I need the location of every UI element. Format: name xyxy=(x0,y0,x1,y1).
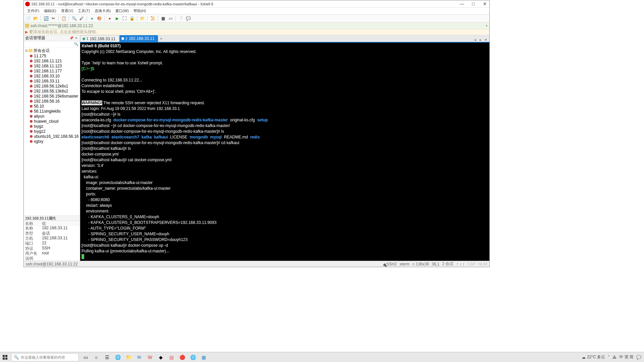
close-panel-icon[interactable]: ✕ xyxy=(74,36,78,41)
sidebar-search[interactable]: 🔍 xyxy=(24,41,80,47)
search-input[interactable] xyxy=(21,355,76,359)
session-item[interactable]: 56.10 xyxy=(24,104,80,109)
session-item[interactable]: 192.168.56.15k8smaster xyxy=(24,94,80,99)
svg-rect-3 xyxy=(5,357,7,359)
session-item[interactable]: 192.168.33.10 xyxy=(24,73,80,78)
task-view-icon[interactable]: ▭ xyxy=(80,352,91,362)
tab-next-icon[interactable]: ▸ xyxy=(478,37,483,42)
session-item[interactable]: 192.168.56.16 xyxy=(24,99,80,104)
cortana-icon[interactable]: ○ xyxy=(91,352,101,362)
menu-file[interactable]: 文件(F) xyxy=(25,8,41,14)
prop-value xyxy=(42,256,80,261)
ime-indicator[interactable]: 中 英 简 xyxy=(619,354,634,360)
explorer-icon[interactable]: 📁 xyxy=(123,352,133,362)
sidebar-title: 会话管理器 xyxy=(25,35,69,41)
tab-prev-icon[interactable]: ◂ xyxy=(473,37,477,42)
session-item[interactable]: 192.168.56.12k8s1 xyxy=(24,83,80,88)
terminal[interactable]: Xshell 6 (Build 0107)Copyright (c) 2002 … xyxy=(80,43,489,261)
start-button[interactable] xyxy=(0,352,10,362)
reconnect-icon[interactable]: 🔄 xyxy=(43,15,49,21)
session-dot-icon xyxy=(30,135,33,138)
app2-icon[interactable]: ▤ xyxy=(166,352,176,362)
font-icon[interactable]: 🎨 xyxy=(96,15,102,21)
weather-widget[interactable]: ☁ 22°C 多云 xyxy=(582,354,605,360)
session-item[interactable]: txygz2 xyxy=(24,129,80,134)
window-icon[interactable]: ▭ xyxy=(167,15,173,21)
menu-edit[interactable]: 编辑(E) xyxy=(42,8,58,14)
tree-root-label: 所有会话 xyxy=(34,48,50,54)
taskbar: 🔍 ▭ ○ ☰ 🌐 📁 ✉ W ◆ ▤ 🔴 🌐 ▦ ☁ 22°C 多云 ˄ 🖧 … xyxy=(0,352,644,362)
edge-icon[interactable]: 🌐 xyxy=(113,352,123,362)
xshell-icon[interactable]: 🔴 xyxy=(177,352,187,362)
tray-chevron-icon[interactable]: ˄ xyxy=(608,355,610,360)
app3-icon[interactable]: ▦ xyxy=(199,352,209,362)
session-item[interactable]: 192.168.11.177 xyxy=(24,68,80,73)
fullscreen-icon[interactable]: ⛶ xyxy=(121,15,127,21)
session-item[interactable]: 56.11singlek8s xyxy=(24,109,80,114)
infobar: ▶ 要添加当前会话, 点击左侧的箭头按钮. xyxy=(24,29,489,35)
minimize-button[interactable]: — xyxy=(459,2,465,6)
status-sessions: 2 会话 xyxy=(442,261,453,267)
session-item[interactable]: huawei_cloud xyxy=(24,119,80,124)
menu-tools[interactable]: 工具(T) xyxy=(76,8,92,14)
help-icon[interactable]: ❔ xyxy=(178,15,184,21)
session-item[interactable]: 192.168.11.121 xyxy=(24,58,80,63)
menu-view[interactable]: 查看(V) xyxy=(59,8,75,14)
menu-tabs[interactable]: 选项卡(B) xyxy=(93,8,113,14)
mail-icon[interactable]: ✉ xyxy=(134,352,144,362)
tab-2[interactable]: 2 192.168.33.11 xyxy=(119,35,158,42)
about-icon[interactable]: 💬 xyxy=(185,15,191,21)
tab-1[interactable]: 1 192.168.33.11 xyxy=(80,35,119,42)
maximize-button[interactable]: □ xyxy=(470,2,477,6)
addressbar[interactable]: ssh://root:******@192.168.33.11:22 ▾ xyxy=(24,22,489,29)
session-item[interactable]: aliyun xyxy=(24,114,80,119)
sep xyxy=(158,16,158,21)
copy-icon[interactable]: 📋 xyxy=(61,15,67,21)
lock-icon[interactable]: 🔒 xyxy=(129,15,135,21)
sep xyxy=(41,16,41,21)
timeline-icon[interactable]: ☰ xyxy=(102,352,112,362)
tab-menu-icon[interactable]: ▾ xyxy=(483,37,488,42)
network-icon[interactable]: 🖧 xyxy=(612,355,616,360)
prop-key: 名称 xyxy=(24,226,42,231)
pin-icon[interactable]: 📌 xyxy=(69,36,74,41)
open-session-icon[interactable]: 📂 xyxy=(33,15,39,21)
play-icon[interactable]: ▶ xyxy=(114,15,120,21)
props-row: 协议SSH xyxy=(24,246,80,251)
prop-value: 会话 xyxy=(42,231,80,236)
session-item[interactable]: 11.175 xyxy=(24,53,80,58)
wps-icon[interactable]: W xyxy=(145,352,155,362)
session-item[interactable]: txygz xyxy=(24,124,80,129)
menu-help[interactable]: 帮助(H) xyxy=(131,8,148,14)
session-item[interactable]: ubuntu16_192.168.56.16 xyxy=(24,134,80,139)
add-tab-button[interactable]: + xyxy=(158,36,164,42)
script-icon[interactable]: 📜 xyxy=(150,15,156,21)
chrome-icon[interactable]: 🌐 xyxy=(188,352,198,362)
color-icon[interactable]: ● xyxy=(89,15,95,21)
session-item[interactable]: xgtxy xyxy=(24,139,80,144)
dropdown-icon[interactable]: ▾ xyxy=(486,24,489,27)
session-dot-icon xyxy=(30,70,33,72)
session-item[interactable]: 192.168.56.13k8s2 xyxy=(24,88,80,94)
prop-key: 类型 xyxy=(24,231,42,236)
session-label: 192.168.56.15k8smaster xyxy=(34,94,78,99)
record-icon[interactable]: ● xyxy=(107,15,113,21)
marker-icon[interactable]: 🖊 xyxy=(78,15,85,21)
tree-root[interactable]: ⊟ 所有会话 xyxy=(24,48,80,53)
new-session-icon[interactable]: 📄 xyxy=(25,15,31,21)
session-dot-icon xyxy=(30,60,33,62)
find-icon[interactable]: 🔍 xyxy=(71,15,77,21)
session-item[interactable]: 192.168.11.123 xyxy=(24,63,80,68)
app-icon[interactable]: ◆ xyxy=(156,352,166,362)
layout-icon[interactable]: ▦ xyxy=(160,15,166,21)
titlebar: 192.168.33.11 - root@localhost:~/docker-… xyxy=(24,0,489,8)
taskbar-search[interactable]: 🔍 xyxy=(11,353,78,361)
menu-window[interactable]: 窗口(W) xyxy=(113,8,131,14)
collapse-icon[interactable]: ⊟ xyxy=(25,49,29,52)
session-item[interactable]: 192.168.33.11 xyxy=(24,78,80,83)
session-dot-icon xyxy=(30,75,33,77)
folder-icon[interactable]: 📁 xyxy=(139,15,145,21)
notifications-icon[interactable]: 💬 xyxy=(636,355,641,360)
close-button[interactable]: ✕ xyxy=(481,2,488,6)
disconnect-icon[interactable]: ✂ xyxy=(50,15,56,21)
